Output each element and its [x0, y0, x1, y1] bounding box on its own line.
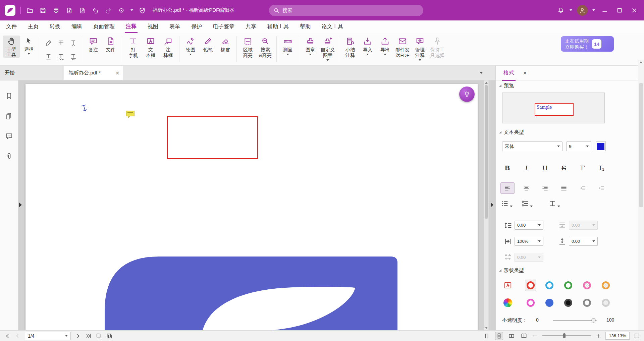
touch-mode-caret-icon[interactable] — [130, 9, 133, 11]
note-button[interactable]: 备注 — [85, 36, 102, 53]
single-page-view-button[interactable] — [483, 332, 491, 340]
pdf-page[interactable] — [25, 84, 478, 330]
rectangle-annotation[interactable] — [167, 116, 258, 159]
strikeout-text-button[interactable] — [55, 36, 67, 50]
menu-home[interactable]: 主页 — [28, 23, 39, 30]
import-button[interactable]: 导入 — [359, 36, 376, 55]
preview-section-label[interactable]: 预览 — [499, 82, 514, 89]
shape-color-black-filled[interactable] — [562, 297, 574, 308]
align-center-button[interactable] — [519, 182, 533, 194]
continuous-view-button[interactable] — [495, 332, 503, 340]
hand-tool-button[interactable]: 手型 工具 — [3, 36, 20, 58]
summarize-comments-button[interactable]: 小结 注释 — [341, 36, 359, 58]
manage-comments-button[interactable]: 管理 注释 — [411, 36, 429, 61]
trial-purchase-button[interactable]: 正在试用期 立即购买！ 14 — [561, 36, 614, 52]
italic-button[interactable]: I — [519, 162, 533, 174]
shape-color-magenta[interactable] — [525, 297, 536, 308]
shape-color-red-outline[interactable] — [525, 280, 536, 291]
panel-scrollbar[interactable] — [638, 60, 644, 330]
text-type-section-label[interactable]: 文本类型 — [499, 129, 524, 135]
document-canvas[interactable] — [18, 80, 495, 330]
create-pdf-icon[interactable] — [65, 6, 73, 14]
attachments-icon[interactable] — [5, 152, 13, 160]
canvas-scrollbar-thumb[interactable] — [485, 85, 488, 219]
menu-comment[interactable]: 注释 — [126, 23, 137, 30]
shape-color-gray-outline[interactable] — [581, 297, 593, 308]
typewriter-button[interactable]: 打 字机 — [124, 36, 142, 58]
baseline-offset-select[interactable]: 0.00 — [569, 237, 598, 246]
char-spacing-select[interactable]: 0.00 — [515, 253, 543, 262]
fullscreen-icon[interactable] — [634, 333, 640, 339]
underline-text-button[interactable] — [43, 50, 55, 63]
menu-page-manage[interactable]: 页面管理 — [93, 23, 115, 30]
tab-close-icon[interactable]: ✕ — [115, 70, 119, 76]
snapshot-icon[interactable] — [96, 333, 102, 339]
pages-icon[interactable] — [5, 112, 13, 120]
align-left-button[interactable] — [500, 182, 515, 194]
numbered-list-button[interactable] — [521, 200, 533, 207]
redo-icon[interactable] — [104, 6, 112, 14]
shape-color-blue-filled[interactable] — [544, 297, 555, 308]
facing-view-button[interactable] — [507, 332, 516, 340]
canvas-scrollbar[interactable] — [484, 80, 489, 330]
book-view-button[interactable] — [520, 332, 528, 340]
maximize-button[interactable] — [614, 5, 625, 15]
mail-fdf-button[interactable]: 邮件发 送FDF — [394, 36, 411, 58]
text-direction-button[interactable] — [549, 200, 560, 207]
menu-convert[interactable]: 转换 — [50, 23, 60, 30]
select-tool-button[interactable]: 选择 — [20, 36, 38, 55]
save-icon[interactable] — [39, 6, 47, 14]
insert-text-button[interactable] — [67, 36, 79, 50]
panel-scroll-up-icon[interactable] — [640, 61, 642, 63]
textbox-shape-button[interactable] — [502, 280, 514, 291]
menu-view[interactable]: 视图 — [148, 23, 158, 30]
bold-button[interactable]: B — [500, 162, 515, 174]
notification-bell-icon[interactable] — [557, 6, 565, 14]
opacity-slider-thumb[interactable] — [591, 318, 596, 323]
comments-icon[interactable] — [5, 132, 13, 140]
left-panel-toggle[interactable] — [19, 203, 22, 207]
insert-caret-annotation-icon[interactable] — [80, 104, 89, 114]
page-number-box[interactable]: 1/4 — [25, 332, 71, 340]
zoom-level-box[interactable]: 136.13% — [605, 332, 630, 340]
shape-color-cyan-outline[interactable] — [544, 280, 555, 291]
drawing-button[interactable]: 绘图 — [182, 36, 199, 55]
eraser-button[interactable]: 橡皮 — [217, 36, 234, 53]
scroll-up-icon[interactable] — [485, 82, 488, 84]
avatar[interactable] — [577, 5, 588, 16]
horizontal-scale-select[interactable]: 100% — [515, 237, 543, 246]
clipboard-icon[interactable] — [106, 333, 112, 339]
squiggly-underline-button[interactable] — [55, 50, 67, 63]
search-input[interactable]: 搜索 — [269, 5, 423, 16]
format-panel-title[interactable]: 格式 — [503, 69, 514, 76]
font-size-select[interactable]: 9 — [566, 141, 591, 151]
tab-start-page[interactable]: 开始 — [0, 66, 62, 80]
undo-icon[interactable] — [91, 6, 99, 14]
bullet-list-button[interactable] — [501, 200, 513, 207]
minimize-button[interactable] — [600, 5, 610, 15]
share-icon[interactable] — [78, 6, 86, 14]
superscript-button[interactable]: T’ — [576, 162, 590, 174]
font-color-swatch[interactable] — [596, 141, 606, 151]
indent-increase-button[interactable] — [594, 182, 608, 194]
zoom-out-button[interactable] — [532, 333, 538, 339]
menu-esign[interactable]: 电子签章 — [213, 23, 234, 30]
menu-file[interactable]: 文件 — [6, 23, 17, 30]
shape-color-green-outline[interactable] — [562, 280, 574, 291]
search-highlight-button[interactable]: 搜索 &高亮 — [257, 36, 274, 58]
indent-decrease-button[interactable] — [576, 182, 590, 194]
menu-share[interactable]: 共享 — [246, 23, 256, 30]
tab-document[interactable]: 福昕办公.pdf * ✕ — [64, 66, 123, 80]
zoom-in-button[interactable] — [596, 333, 601, 339]
textbox-button[interactable]: 文 本框 — [142, 36, 159, 58]
assistant-lightbulb-button[interactable] — [459, 87, 475, 102]
menu-edit[interactable]: 编辑 — [71, 23, 82, 30]
shape-color-orange-outline[interactable] — [600, 280, 611, 291]
export-button[interactable]: 导出 — [376, 36, 394, 55]
shape-color-white-outline[interactable] — [600, 297, 611, 308]
replace-text-button[interactable] — [67, 50, 79, 63]
last-page-button[interactable] — [86, 333, 92, 339]
zoom-slider[interactable] — [542, 335, 591, 336]
sticky-note-annotation-icon[interactable] — [125, 110, 135, 118]
zoom-slider-thumb[interactable] — [563, 333, 566, 338]
